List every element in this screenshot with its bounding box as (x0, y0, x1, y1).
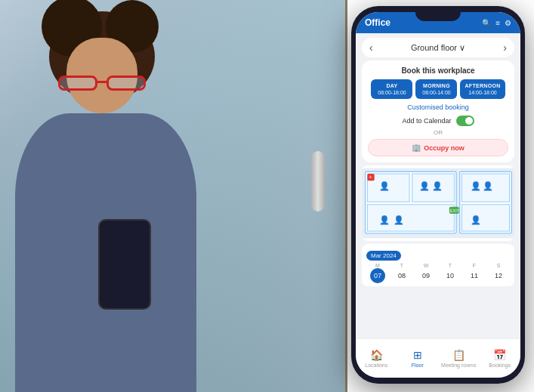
occupy-label: Occupy now (424, 144, 465, 152)
cal-day-name-t1: T (394, 263, 409, 268)
customised-booking-link[interactable]: Customised booking (368, 103, 508, 111)
or-divider: OR (368, 129, 508, 136)
settings-icon[interactable]: ⚙ (505, 19, 511, 27)
calendar-strip: Mar 2024 M 07 T 08 W 09 T 10 (362, 244, 514, 286)
bookings-label: Bookings (489, 363, 511, 368)
phone-device: Office 🔍 ≡ ⚙ ‹ Ground floor ∨ › Book thi… (351, 6, 525, 384)
window-frame (345, 0, 347, 392)
nav-locations[interactable]: 🏠 Locations (356, 339, 397, 378)
person-glasses (57, 76, 147, 91)
book-title: Book this workplace (368, 66, 508, 75)
slot-afternoon[interactable]: AFTERNOON 14:00-18:00 (460, 79, 505, 99)
floor-map[interactable]: 👤 👤 👤 👤 👤 👤 👤 👤 EXIT + (362, 165, 514, 241)
calendar-month: Mar 2024 (366, 251, 401, 261)
svg-text:EXIT: EXIT (450, 208, 460, 213)
cal-day-name-s: S (491, 263, 506, 268)
cal-day-07[interactable]: M 07 (370, 263, 385, 283)
calendar-days: M 07 T 08 W 09 T 10 F 11 (366, 263, 510, 283)
add-calendar-label: Add to Calendar (402, 117, 451, 125)
locations-label: Locations (365, 363, 387, 368)
cal-day-num-11[interactable]: 11 (467, 268, 482, 283)
svg-rect-7 (462, 205, 510, 231)
toggle-knob (465, 117, 473, 125)
svg-text:👤: 👤 (379, 215, 390, 225)
cal-day-name-f: F (467, 263, 482, 268)
svg-text:👤: 👤 (471, 181, 481, 191)
calendar-toggle[interactable] (456, 116, 474, 126)
cal-day-08[interactable]: T 08 (394, 263, 409, 283)
time-slots-container: DAY 08:00-18:00 MORNING 08:00-14:00 AFTE… (368, 79, 508, 99)
floor-label: Ground floor ∨ (378, 43, 499, 53)
cal-day-12[interactable]: S 12 (491, 263, 506, 283)
bookings-icon: 📅 (493, 349, 506, 361)
add-calendar-row: Add to Calendar (368, 116, 508, 126)
slot-afternoon-hours: 14:00-18:00 (465, 90, 500, 95)
cal-day-num-09[interactable]: 09 (418, 268, 434, 283)
cal-day-11[interactable]: F 11 (467, 263, 482, 283)
cal-day-num-10[interactable]: 10 (443, 268, 458, 283)
slot-day[interactable]: DAY 08:00-18:00 (371, 79, 412, 99)
svg-text:👤: 👤 (471, 215, 481, 225)
slot-morning[interactable]: MORNING 08:00-14:00 (415, 79, 457, 99)
phone-screen: Office 🔍 ≡ ⚙ ‹ Ground floor ∨ › Book thi… (356, 12, 520, 378)
svg-text:👤: 👤 (379, 181, 390, 191)
svg-text:👤: 👤 (394, 215, 404, 225)
floor-plan-svg: 👤 👤 👤 👤 👤 👤 👤 👤 EXIT + (362, 165, 514, 241)
bottom-navigation: 🏠 Locations ⊞ Floor 📋 Meeting rooms 📅 Bo… (356, 338, 520, 378)
svg-text:👤: 👤 (419, 181, 430, 191)
search-icon[interactable]: 🔍 (482, 19, 491, 27)
svg-text:👤: 👤 (432, 181, 443, 191)
floor-prev-button[interactable]: ‹ (369, 42, 373, 54)
nav-bookings[interactable]: 📅 Bookings (480, 339, 521, 378)
phone-notch (415, 12, 461, 21)
occupy-now-button[interactable]: 🏢 Occupy now (368, 139, 508, 156)
booking-section: Book this workplace DAY 08:00-18:00 MORN… (362, 60, 514, 162)
cal-day-name-w: W (418, 263, 434, 268)
background-photo (0, 0, 347, 392)
filter-icon[interactable]: ≡ (495, 19, 500, 27)
nav-floor[interactable]: ⊞ Floor (397, 339, 439, 378)
svg-text:👤: 👤 (483, 181, 493, 191)
slot-morning-hours: 08:00-14:00 (420, 90, 452, 95)
cal-day-num-08[interactable]: 08 (394, 268, 409, 283)
cal-day-10[interactable]: T 10 (443, 263, 458, 283)
cal-day-num-07[interactable]: 07 (370, 268, 385, 283)
cal-day-name-m: M (370, 263, 385, 268)
floor-label-nav: Floor (412, 363, 424, 368)
door-handle (311, 151, 325, 211)
cal-day-09[interactable]: W 09 (418, 263, 434, 283)
occupy-icon: 🏢 (412, 144, 421, 152)
locations-icon: 🏠 (370, 349, 383, 361)
header-icons: 🔍 ≡ ⚙ (482, 19, 511, 27)
cal-day-name-t2: T (443, 263, 458, 268)
floor-next-button[interactable]: › (503, 42, 507, 54)
floor-selector: ‹ Ground floor ∨ › (362, 38, 514, 57)
meeting-rooms-label: Meeting rooms (441, 363, 476, 368)
nav-meeting-rooms[interactable]: 📋 Meeting rooms (438, 339, 480, 378)
cal-day-num-12[interactable]: 12 (491, 268, 506, 283)
status-bar: Office 🔍 ≡ ⚙ (356, 12, 520, 33)
slot-afternoon-label: AFTERNOON (465, 83, 500, 88)
floor-icon: ⊞ (413, 349, 422, 361)
slot-morning-label: MORNING (420, 83, 452, 88)
meeting-rooms-icon: 📋 (452, 349, 465, 361)
hand-phone (98, 219, 151, 310)
svg-text:+: + (369, 174, 372, 181)
slot-day-label: DAY (375, 83, 408, 88)
slot-day-hours: 08:00-18:00 (375, 90, 408, 95)
